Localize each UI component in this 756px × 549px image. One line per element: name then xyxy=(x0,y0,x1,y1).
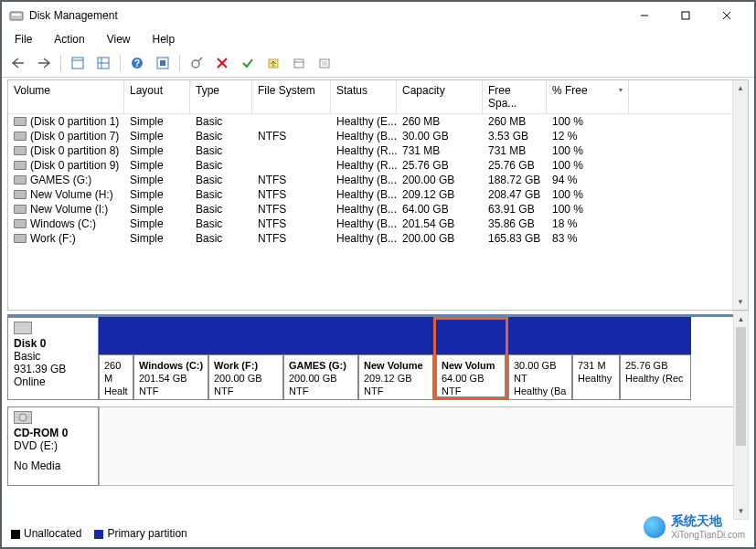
watermark-title: 系统天地 xyxy=(671,513,745,530)
table-row[interactable]: New Volume (I:)SimpleBasicNTFSHealthy (B… xyxy=(8,202,748,216)
disk-0-header[interactable]: Disk 0 Basic 931.39 GB Online xyxy=(7,317,99,400)
cdrom-name: CD-ROM 0 xyxy=(14,427,92,439)
view-list-button[interactable] xyxy=(67,53,89,73)
col-free[interactable]: Free Spa... xyxy=(483,80,547,113)
back-button[interactable] xyxy=(7,53,29,73)
cdrom-header[interactable]: CD-ROM 0 DVD (E:) No Media xyxy=(7,406,99,486)
disk-0-status: Online xyxy=(14,375,92,388)
col-type[interactable]: Type xyxy=(190,80,252,113)
wizard2-button[interactable] xyxy=(288,53,310,73)
check-button[interactable] xyxy=(237,53,259,73)
table-row[interactable]: Work (F:)SimpleBasicNTFSHealthy (B...200… xyxy=(8,231,748,246)
partition-box[interactable]: New Volume209.12 GB NTFHealthy (Basic xyxy=(358,317,433,400)
svg-rect-23 xyxy=(322,61,327,66)
drive-icon xyxy=(14,161,27,170)
drive-icon xyxy=(14,205,27,214)
minimize-button[interactable] xyxy=(623,3,665,28)
menu-action[interactable]: Action xyxy=(50,31,88,48)
partition-box[interactable]: 25.76 GBHealthy (Rec xyxy=(620,317,691,400)
drive-icon xyxy=(14,175,27,185)
table-row[interactable]: (Disk 0 partition 7)SimpleBasicNTFSHealt… xyxy=(8,129,748,143)
maximize-button[interactable] xyxy=(665,3,706,28)
legend-unallocated: Unallocated xyxy=(24,527,81,540)
col-filesystem[interactable]: File System xyxy=(252,80,331,113)
globe-icon xyxy=(644,516,665,538)
col-pctfree[interactable]: % Free xyxy=(547,80,629,113)
window-title: Disk Management xyxy=(29,9,118,22)
disk-0-size: 931.39 GB xyxy=(14,363,92,375)
close-button[interactable] xyxy=(706,3,747,28)
disk-0-type: Basic xyxy=(14,350,92,363)
help-button[interactable]: ? xyxy=(126,53,148,73)
table-row[interactable]: Windows (C:)SimpleBasicNTFSHealthy (B...… xyxy=(8,216,748,231)
settings-button[interactable] xyxy=(152,53,174,73)
legend-primary: Primary partition xyxy=(107,527,186,540)
partition-box[interactable]: 731 MHealthy xyxy=(572,317,620,400)
col-layout[interactable]: Layout xyxy=(124,80,190,113)
col-volume[interactable]: Volume xyxy=(8,80,124,113)
legend: Unallocated Primary partition xyxy=(7,525,191,542)
toolbar: ? xyxy=(2,51,754,78)
drive-icon xyxy=(14,190,27,199)
forward-button[interactable] xyxy=(33,53,55,73)
table-row[interactable]: GAMES (G:)SimpleBasicNTFSHealthy (B...20… xyxy=(8,173,748,187)
svg-rect-1 xyxy=(12,14,21,16)
watermark: 系统天地 XiTongTianDi.com xyxy=(644,513,745,540)
cdrom-type: DVD (E:) xyxy=(14,439,92,452)
title-bar: Disk Management xyxy=(2,2,754,29)
disk-icon xyxy=(14,322,32,334)
partition-box[interactable]: Windows (C:)201.54 GB NTFHealthy (Boot, xyxy=(133,317,208,400)
cdrom-row[interactable]: CD-ROM 0 DVD (E:) No Media xyxy=(7,406,749,487)
watermark-url: XiTongTianDi.com xyxy=(671,530,745,540)
svg-rect-14 xyxy=(160,60,165,66)
wizard1-button[interactable] xyxy=(262,53,284,73)
refresh-button[interactable] xyxy=(186,53,208,73)
partition-box[interactable]: 30.00 GB NTHealthy (Ba xyxy=(508,317,572,400)
table-row[interactable]: (Disk 0 partition 8)SimpleBasicHealthy (… xyxy=(8,143,748,158)
app-icon xyxy=(9,8,24,23)
table-row[interactable]: New Volume (H:)SimpleBasicNTFSHealthy (B… xyxy=(8,187,748,202)
col-status[interactable]: Status xyxy=(331,80,397,113)
list-scrollbar[interactable]: ▲ ▼ xyxy=(732,80,748,310)
table-row[interactable]: (Disk 0 partition 9)SimpleBasicHealthy (… xyxy=(8,158,748,173)
volume-list[interactable]: Volume Layout Type File System Status Ca… xyxy=(7,79,749,311)
cdrom-status: No Media xyxy=(14,459,92,472)
svg-point-24 xyxy=(19,414,27,421)
partition-box[interactable]: Work (F:)200.00 GB NTFHealthy (Basic xyxy=(208,317,283,400)
disk-graphical-view: Disk 0 Basic 931.39 GB Online 260 MHealt… xyxy=(7,314,749,493)
drive-icon xyxy=(14,117,27,126)
drive-icon xyxy=(14,132,27,141)
svg-rect-3 xyxy=(682,12,689,19)
svg-rect-6 xyxy=(72,58,83,69)
disk-0-name: Disk 0 xyxy=(14,337,92,350)
drive-icon xyxy=(14,146,27,155)
disk-0-row[interactable]: Disk 0 Basic 931.39 GB Online 260 MHealt… xyxy=(7,317,749,401)
svg-rect-0 xyxy=(10,12,23,20)
menu-file[interactable]: File xyxy=(11,31,36,48)
menu-bar: File Action View Help xyxy=(2,29,754,51)
column-headers[interactable]: Volume Layout Type File System Status Ca… xyxy=(8,80,748,114)
svg-point-15 xyxy=(192,60,199,68)
graphical-scrollbar[interactable]: ▲ ▼ xyxy=(733,311,749,520)
menu-help[interactable]: Help xyxy=(149,31,179,48)
cdrom-icon xyxy=(14,411,32,424)
partition-box[interactable]: 260 MHealt xyxy=(99,317,133,400)
svg-text:?: ? xyxy=(134,58,140,69)
col-capacity[interactable]: Capacity xyxy=(397,80,483,113)
table-row[interactable]: (Disk 0 partition 1)SimpleBasicHealthy (… xyxy=(8,114,748,129)
wizard3-button[interactable] xyxy=(314,53,335,73)
svg-rect-20 xyxy=(294,59,303,68)
partition-box[interactable]: GAMES (G:)200.00 GB NTFHealthy (Basic xyxy=(283,317,358,400)
menu-view[interactable]: View xyxy=(103,31,134,48)
drive-icon xyxy=(14,219,27,228)
svg-line-16 xyxy=(198,58,202,61)
drive-icon xyxy=(14,234,27,243)
partition-box[interactable]: New Volum64.00 GB NTFHealthy (Bas xyxy=(433,317,508,400)
delete-button[interactable] xyxy=(211,53,233,73)
view-detail-button[interactable] xyxy=(92,53,114,73)
